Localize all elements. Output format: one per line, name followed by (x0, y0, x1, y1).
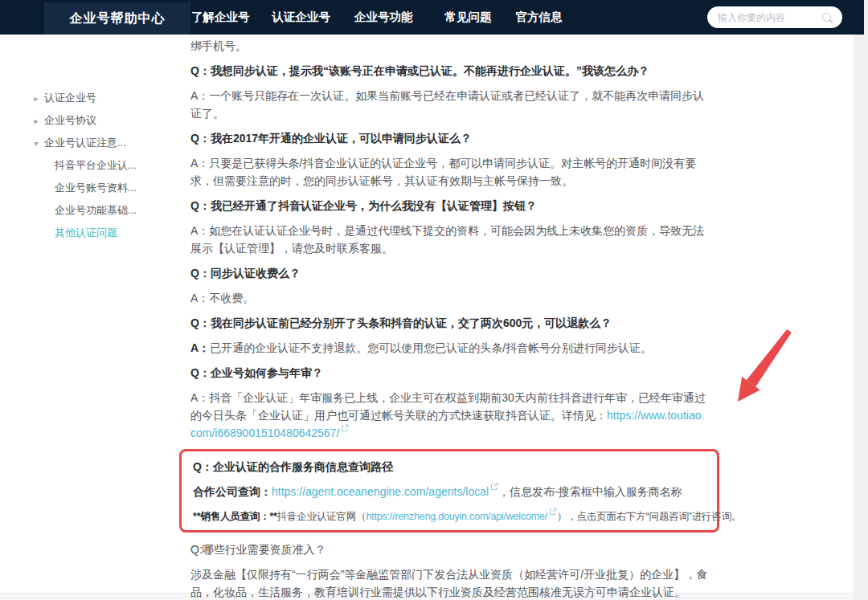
red-arrow-icon (727, 325, 800, 414)
nav-item-2[interactable]: 认证企业号 (272, 10, 331, 25)
sidebar-item-1[interactable]: ▸认证企业号 (0, 87, 169, 109)
question-text: Q：我在2017年开通的企业认证，可以申请同步认证么？ (190, 129, 710, 147)
sidebar-item-label: 其他认证问题 (55, 226, 117, 240)
question-text: Q：我想同步认证，提示我“该账号正在申请或已认证。不能再进行企业认证。”我该怎么… (190, 62, 710, 80)
answer-text: 涉及金融【仅限持有“一行两会”等金融监管部门下发合法从业资质（如经营许可/开业批… (190, 565, 710, 600)
answer-text: A：一个账号只能存在一次认证。如果当前账号已经在申请认证或者已经认证了，就不能再… (190, 87, 710, 122)
text-run: ），点击页面右下方“问题咨询”进行咨询。 (557, 511, 741, 522)
sidebar-item-label: 企业号协议 (44, 113, 96, 128)
text-run: Q：同步认证收费么？ (190, 267, 301, 280)
answer-text: **销售人员查询：**抖音企业认证官网（https://renzheng.dou… (193, 508, 709, 525)
hyperlink[interactable]: https://agent.oceanengine.com/agents/loc… (272, 485, 489, 498)
text-run: A：不收费。 (190, 292, 254, 304)
sidebar-item-6[interactable]: 企业号功能基础... (0, 199, 169, 222)
brand-panel[interactable]: 企业号帮助中心 (44, 2, 190, 35)
answer-text: A：只要是已获得头条/抖音企业认证的认证企业号，都可以申请同步认证。对主帐号的开… (190, 154, 710, 190)
faq-content: 绑手机号。Q：我想同步认证，提示我“该账号正在申请或已认证。不能再进行企业认证。… (190, 35, 710, 600)
page-right-gutter (854, 0, 868, 600)
label-bold: **销售人员查询：** (193, 511, 277, 522)
text-run: Q：我在同步认证前已经分别开了头条和抖音的认证，交了两次600元，可以退款么？ (190, 316, 612, 329)
text-run: 绑手机号。 (190, 39, 247, 52)
external-link-icon (490, 483, 498, 491)
text-run: Q:哪些行业需要资质准入？ (190, 543, 326, 556)
text-run: Q：我在2017年开通的企业认证，可以申请同步认证么？ (190, 132, 472, 145)
search-icon[interactable] (822, 13, 831, 22)
answer-text: A：抖音「企业认证」年审服务已上线，企业主可在权益到期前30天内前往抖音进行年审… (190, 389, 710, 442)
question-text: Q：企业认证的合作服务商信息查询路径 (193, 458, 709, 476)
question-text: Q：我在同步认证前已经分别开了头条和抖音的认证，交了两次600元，可以退款么？ (190, 314, 710, 332)
nav-item-4[interactable]: 常见问题 (445, 10, 492, 25)
nav-item-5[interactable]: 官方信息 (516, 10, 563, 25)
answer-text: A：已开通的企业认证不支持退款。您可以使用您已认证的头条/抖音帐号分别进行同步认… (190, 339, 710, 357)
sidebar-item-2[interactable]: ▸企业号协议 (0, 109, 169, 132)
label-bold: A： (190, 341, 210, 354)
main-nav: 了解企业号认证企业号企业号功能常见问题官方信息 (191, 0, 587, 35)
hyperlink[interactable]: https://renzheng.douyin.com/api/welcome/ (366, 511, 547, 522)
nav-item-3[interactable]: 企业号功能 (354, 10, 413, 25)
label-bold: 合作公司查询： (193, 485, 272, 498)
text-run: A：一个账号只能存在一次认证。如果当前账号已经在申请认证或者已经认证了，就不能再… (190, 89, 704, 120)
answer-text: A：不收费。 (190, 289, 710, 307)
external-link-icon (341, 424, 349, 432)
sidebar-tree: ▸认证企业号▸企业号协议▾企业号认证注意...抖音平台企业认...企业号账号资料… (0, 87, 169, 244)
sidebar-item-label: 抖音平台企业认... (55, 158, 137, 173)
text-run: Q：企业认证的合作服务商信息查询路径 (193, 460, 393, 473)
text-run: Q：我想同步认证，提示我“该账号正在申请或已认证。不能再进行企业认证。”我该怎么… (190, 64, 649, 77)
text-run: 抖音企业认证官网（ (277, 511, 366, 522)
sidebar-item-5[interactable]: 企业号账号资料... (0, 177, 169, 199)
text-run: 已开通的企业认证不支持退款。您可以使用您已认证的头条/抖音帐号分别进行同步认证。 (210, 341, 652, 354)
nav-item-1[interactable]: 了解企业号 (191, 10, 250, 25)
chevron-right-icon[interactable]: ▸ (31, 94, 42, 103)
text-run: Q：企业号如何参与年审？ (190, 366, 323, 379)
sidebar-item-7[interactable]: 其他认证问题 (0, 222, 169, 244)
sidebar-item-label: 企业号认证注意... (44, 136, 126, 150)
external-link-icon (549, 508, 557, 516)
sidebar-item-label: 企业号功能基础... (55, 203, 137, 218)
sidebar-item-4[interactable]: 抖音平台企业认... (0, 154, 169, 177)
text-run: Q：我已经开通了抖音认证企业号，为什么我没有【认证管理】按钮？ (190, 199, 537, 212)
top-navbar: 企业号帮助中心 了解企业号认证企业号企业号功能常见问题官方信息 (0, 0, 864, 35)
answer-text: A：如您在认证认证企业号时，是通过代理线下提交的资料，可能会因为线上未收集您的资… (190, 222, 710, 257)
chevron-down-icon[interactable]: ▾ (31, 139, 42, 148)
text-run: 涉及金融【仅限持有“一行两会”等金融监管部门下发合法从业资质（如经营许可/开业批… (190, 568, 707, 598)
text-run: A：如您在认证认证企业号时，是通过代理线下提交的资料，可能会因为线上未收集您的资… (190, 224, 704, 255)
site-title: 企业号帮助中心 (70, 10, 166, 27)
answer-text: 绑手机号。 (190, 37, 710, 55)
sidebar-item-label: 认证企业号 (44, 91, 96, 105)
question-text: Q：同步认证收费么？ (190, 264, 710, 282)
question-text: Q：企业号如何参与年审？ (190, 364, 710, 382)
answer-text: Q:哪些行业需要资质准入？ (190, 541, 710, 558)
sidebar-item-label: 企业号账号资料... (55, 181, 137, 195)
search-input[interactable] (718, 12, 822, 23)
text-run: A：只要是已获得头条/抖音企业认证的认证企业号，都可以申请同步认证。对主帐号的开… (190, 157, 696, 187)
chevron-right-icon[interactable]: ▸ (31, 116, 42, 125)
text-run: ，信息发布-搜索框中输入服务商名称 (498, 485, 682, 498)
search-box[interactable] (707, 6, 842, 28)
sidebar-item-3[interactable]: ▾企业号认证注意... (0, 132, 169, 154)
answer-text: 合作公司查询：https://agent.oceanengine.com/age… (193, 483, 709, 500)
highlighted-answer-box: Q：企业认证的合作服务商信息查询路径合作公司查询：https://agent.o… (179, 449, 719, 533)
question-text: Q：我已经开通了抖音认证企业号，为什么我没有【认证管理】按钮？ (190, 197, 710, 214)
